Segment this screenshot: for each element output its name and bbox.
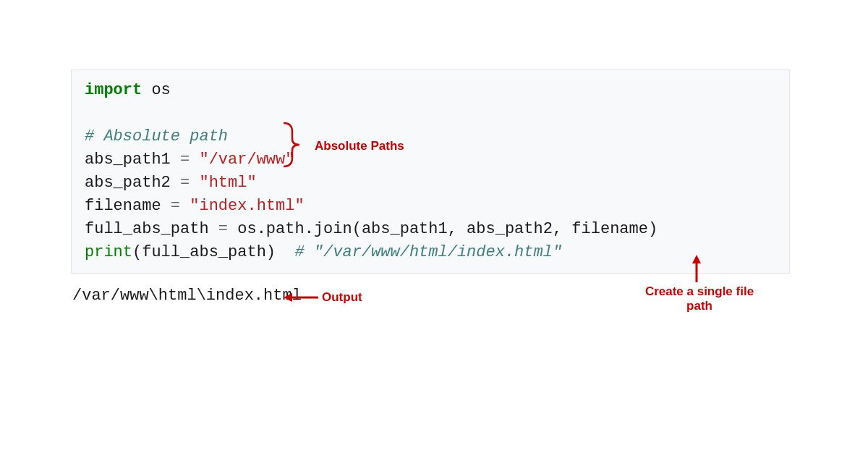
annotation-single-path: Create a single file path bbox=[631, 284, 768, 313]
print-args: (full_abs_path) bbox=[132, 243, 294, 261]
comment-output: # "/var/www/html/index.html" bbox=[294, 243, 562, 261]
str-abs2: "html" bbox=[190, 174, 256, 192]
code-line-filename: filename = "index.html" bbox=[85, 195, 776, 218]
code-line-comment: # Absolute path bbox=[85, 125, 776, 148]
arrow-left-icon bbox=[284, 292, 318, 303]
var-filename: filename bbox=[85, 197, 171, 215]
join-call: os.path.join(abs_path1, abs_path2, filen… bbox=[228, 220, 658, 238]
comment-text: # Absolute path bbox=[85, 127, 228, 145]
arrow-up-icon bbox=[691, 255, 702, 282]
svg-marker-1 bbox=[284, 293, 292, 302]
code-line-print: print(full_abs_path) # "/var/www/html/in… bbox=[85, 241, 776, 264]
op-eq: = bbox=[180, 151, 190, 169]
code-line-fullpath: full_abs_path = os.path.join(abs_path1, … bbox=[85, 218, 776, 241]
annotation-absolute-paths: Absolute Paths bbox=[315, 139, 404, 153]
code-line-abs2: abs_path2 = "html" bbox=[85, 172, 776, 195]
var-abs1: abs_path1 bbox=[85, 151, 180, 169]
code-line-abs1: abs_path1 = "/var/www" bbox=[85, 148, 776, 172]
str-abs1: "/var/www" bbox=[190, 151, 294, 169]
var-fullpath: full_abs_path bbox=[85, 220, 218, 238]
code-line-1: import os bbox=[85, 79, 776, 102]
brace-icon bbox=[281, 122, 310, 168]
module-name: os bbox=[142, 81, 171, 99]
fn-print: print bbox=[85, 243, 132, 261]
op-eq: = bbox=[218, 220, 228, 238]
op-eq: = bbox=[171, 197, 180, 215]
keyword-import: import bbox=[85, 81, 142, 99]
op-eq: = bbox=[180, 174, 190, 192]
svg-marker-3 bbox=[692, 255, 701, 263]
annotation-output: Output bbox=[322, 290, 362, 305]
var-abs2: abs_path2 bbox=[85, 174, 180, 192]
code-block: import os # Absolute path abs_path1 = "/… bbox=[71, 69, 790, 274]
code-blank-line bbox=[85, 102, 776, 125]
str-filename: "index.html" bbox=[180, 197, 305, 215]
output-text: /var/www\html\index.html bbox=[72, 287, 302, 305]
